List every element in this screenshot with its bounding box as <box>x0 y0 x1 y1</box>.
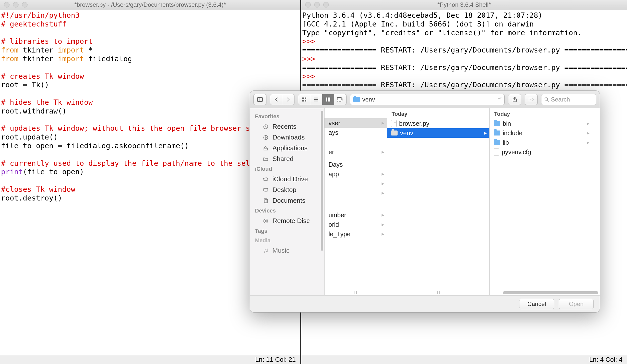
horizontal-scrollbar[interactable] <box>400 291 598 295</box>
list-item[interactable]: include▸ <box>490 128 592 138</box>
svg-rect-14 <box>339 101 340 102</box>
chevron-right-icon: ▸ <box>382 190 384 196</box>
column-resize-handle[interactable] <box>355 291 357 294</box>
list-item[interactable]: lib▸ <box>490 138 592 147</box>
list-item[interactable]: orld▸ <box>325 220 387 229</box>
chevron-right-icon: ▸ <box>587 139 589 146</box>
svg-line-20 <box>547 100 549 102</box>
column-view: vser▸ ays er▸ Days app▸ ▸ ▸ umber▸ orld▸… <box>325 108 600 295</box>
sidebar-item-remote-disc[interactable]: Remote Disc <box>255 216 319 226</box>
column-1[interactable]: vser▸ ays er▸ Days app▸ ▸ ▸ umber▸ orld▸… <box>325 108 387 295</box>
list-item[interactable]: app▸ <box>325 169 387 179</box>
sidebar-section-icloud: iCloud <box>255 166 319 172</box>
svg-point-18 <box>530 99 531 100</box>
sidebar-item-icloud-drive[interactable]: iCloud Drive <box>255 174 319 184</box>
editor-title: *browser.py - /Users/gary/Documents/brow… <box>0 1 300 8</box>
list-view-button[interactable] <box>310 94 322 105</box>
back-button[interactable] <box>270 94 282 105</box>
svg-rect-2 <box>302 98 304 99</box>
sidebar-item-music[interactable]: Music <box>255 245 319 256</box>
svg-rect-23 <box>264 188 268 191</box>
svg-rect-13 <box>337 101 338 102</box>
file-open-dialog: venv ˄˅ Search Favorites Recents <box>250 90 600 312</box>
nav-segment <box>270 94 294 105</box>
icon-view-button[interactable] <box>298 94 310 105</box>
open-button[interactable]: Open <box>559 299 594 309</box>
path-dropdown[interactable]: venv ˄˅ <box>350 94 505 105</box>
forward-button[interactable] <box>282 94 294 105</box>
toggle-sidebar-button[interactable] <box>253 94 266 105</box>
svg-rect-3 <box>305 98 306 99</box>
list-item[interactable]: er▸ <box>325 147 387 157</box>
sidebar-section-media: Media <box>255 237 319 244</box>
list-icon <box>314 97 319 102</box>
cancel-button[interactable]: Cancel <box>519 299 554 309</box>
sidebar-item-desktop[interactable]: Desktop <box>255 184 319 195</box>
sidebar-section-favorites: Favorites <box>255 113 319 120</box>
close-icon[interactable] <box>4 2 10 8</box>
list-item[interactable]: bin▸ <box>490 119 592 128</box>
list-item[interactable]: pyvenv.cfg <box>490 147 592 157</box>
column-view-button[interactable] <box>322 94 334 105</box>
minimize-icon[interactable] <box>314 2 320 8</box>
sidebar-toggle-icon <box>257 97 263 102</box>
editor-statusbar: Ln: 11 Col: 21 <box>0 355 300 364</box>
column-header: Today <box>490 108 592 119</box>
view-mode-segment <box>298 94 347 105</box>
svg-point-28 <box>265 220 266 222</box>
minimize-icon[interactable] <box>13 2 19 8</box>
list-item[interactable]: ▸ <box>325 188 387 198</box>
svg-point-29 <box>264 252 265 252</box>
list-item-browser-py[interactable]: browser.py <box>387 119 489 128</box>
zoom-icon[interactable] <box>22 2 28 8</box>
chevron-right-icon <box>286 97 290 102</box>
list-item[interactable]: ays <box>325 128 387 137</box>
svg-rect-4 <box>302 100 304 102</box>
dialog-body: Favorites Recents Downloads Applications… <box>250 108 600 295</box>
svg-point-30 <box>266 251 267 252</box>
cursor-position: Ln: 4 Col: 4 <box>589 356 622 364</box>
svg-rect-0 <box>257 98 262 102</box>
close-icon[interactable] <box>305 2 311 8</box>
chevron-right-icon: ▸ <box>587 130 589 136</box>
tags-button[interactable] <box>525 94 538 105</box>
zoom-icon[interactable] <box>323 2 329 8</box>
chevron-right-icon: ▸ <box>382 231 384 237</box>
column-3[interactable]: Today bin▸ include▸ lib▸ pyvenv.cfg <box>490 108 592 295</box>
list-item[interactable]: ▸ <box>325 179 387 188</box>
sidebar-item-shared[interactable]: Shared <box>255 154 319 164</box>
chevron-right-icon: ▸ <box>382 221 384 228</box>
apps-icon <box>262 145 269 151</box>
list-item[interactable]: vser▸ <box>325 118 387 128</box>
search-input[interactable]: Search <box>541 94 596 105</box>
shell-titlebar: *Python 3.6.4 Shell* <box>301 0 627 10</box>
list-item[interactable]: umber▸ <box>325 210 387 220</box>
sidebar-item-downloads[interactable]: Downloads <box>255 132 319 143</box>
shell-title: *Python 3.6.4 Shell* <box>301 1 627 8</box>
list-item[interactable]: Days <box>325 160 387 169</box>
music-icon <box>262 248 269 254</box>
tag-icon <box>528 97 534 102</box>
list-item[interactable]: le_Type▸ <box>325 229 387 239</box>
sidebar-item-documents[interactable]: Documents <box>255 195 319 206</box>
list-item-venv[interactable]: venv ▸ <box>387 128 489 138</box>
documents-icon <box>262 198 269 204</box>
folder-icon <box>262 156 269 162</box>
dialog-sidebar[interactable]: Favorites Recents Downloads Applications… <box>250 108 325 295</box>
sidebar-item-applications[interactable]: Applications <box>255 143 319 154</box>
dialog-footer: Cancel Open <box>250 295 600 312</box>
share-button[interactable] <box>508 94 521 105</box>
updown-icon: ˄˅ <box>498 97 501 102</box>
columns-icon <box>326 97 331 102</box>
chevron-right-icon: ▸ <box>382 149 384 155</box>
sidebar-scrollbar[interactable] <box>321 111 323 251</box>
folder-icon <box>391 130 398 136</box>
column-2[interactable]: Today browser.py venv ▸ <box>387 108 490 295</box>
sidebar-item-recents[interactable]: Recents <box>255 121 319 132</box>
gallery-view-button[interactable] <box>334 94 346 105</box>
svg-rect-5 <box>305 100 306 102</box>
disc-icon <box>262 218 269 224</box>
svg-rect-12 <box>337 98 341 100</box>
share-icon <box>512 97 517 102</box>
file-icon <box>494 148 499 156</box>
